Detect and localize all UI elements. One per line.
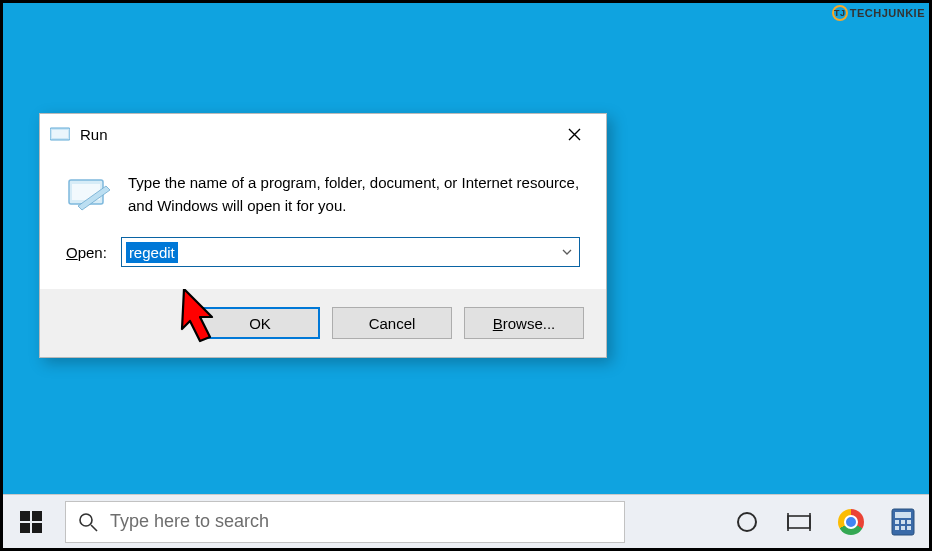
svg-rect-6: [20, 523, 30, 533]
cortana-icon: [736, 511, 758, 533]
ok-button[interactable]: OK: [200, 307, 320, 339]
search-icon: [78, 512, 98, 532]
run-dialog: Run Type the name of a program, folder, …: [39, 113, 607, 358]
system-tray: [721, 495, 929, 549]
chevron-down-icon[interactable]: [561, 246, 573, 258]
cancel-button[interactable]: Cancel: [332, 307, 452, 339]
taskbar: Type here to search: [3, 494, 929, 548]
svg-point-10: [738, 513, 756, 531]
button-row: OK Cancel Browse...: [40, 289, 606, 357]
svg-rect-4: [20, 511, 30, 521]
svg-rect-15: [895, 512, 911, 518]
svg-rect-16: [895, 520, 899, 524]
open-input-value: regedit: [126, 242, 178, 263]
svg-point-8: [80, 514, 92, 526]
dialog-description: Type the name of a program, folder, docu…: [128, 172, 580, 217]
svg-rect-7: [32, 523, 42, 533]
dialog-title: Run: [80, 126, 550, 143]
run-icon: [66, 172, 110, 216]
titlebar[interactable]: Run: [40, 114, 606, 154]
open-combobox[interactable]: regedit: [121, 237, 580, 267]
watermark-text: TECHJUNKIE: [850, 7, 925, 19]
svg-rect-18: [907, 520, 911, 524]
svg-line-9: [91, 525, 97, 531]
chrome-app[interactable]: [825, 495, 877, 549]
svg-rect-1: [52, 130, 68, 138]
taskbar-search[interactable]: Type here to search: [65, 501, 625, 543]
open-label: Open:: [66, 244, 107, 261]
task-view-icon: [786, 511, 812, 533]
svg-rect-17: [901, 520, 905, 524]
svg-rect-19: [895, 526, 899, 530]
svg-rect-21: [907, 526, 911, 530]
close-button[interactable]: [550, 117, 598, 151]
start-button[interactable]: [3, 495, 59, 549]
cortana-button[interactable]: [721, 495, 773, 549]
chrome-icon: [838, 509, 864, 535]
dialog-body: Type the name of a program, folder, docu…: [40, 154, 606, 225]
run-title-icon: [50, 126, 70, 142]
search-placeholder: Type here to search: [110, 511, 269, 532]
close-icon: [568, 128, 581, 141]
desktop-background: TJ TECHJUNKIE Run: [3, 3, 929, 494]
windows-logo-icon: [20, 511, 42, 533]
svg-rect-5: [32, 511, 42, 521]
browse-button[interactable]: Browse...: [464, 307, 584, 339]
calculator-app[interactable]: [877, 495, 929, 549]
open-row: Open: regedit: [40, 225, 606, 289]
task-view-button[interactable]: [773, 495, 825, 549]
svg-rect-11: [788, 516, 810, 528]
watermark: TJ TECHJUNKIE: [832, 5, 925, 21]
watermark-badge: TJ: [832, 5, 848, 21]
calculator-icon: [891, 508, 915, 536]
svg-rect-20: [901, 526, 905, 530]
